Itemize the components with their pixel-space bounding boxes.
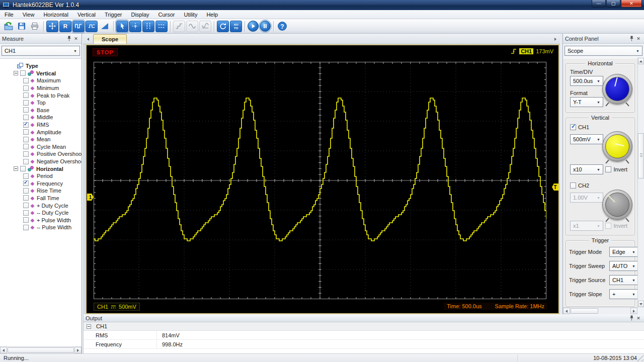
close-icon[interactable]: ✕: [72, 35, 79, 42]
auto-range-icon[interactable]: [46, 21, 58, 32]
item-checkbox[interactable]: [23, 188, 29, 194]
ch1-ground-marker[interactable]: 1: [87, 194, 94, 201]
tree-item-negative-overshoot[interactable]: Negative Overshoot: [0, 158, 82, 165]
scroll-right-icon[interactable]: [630, 308, 637, 314]
help-icon[interactable]: ?: [276, 21, 288, 32]
item-checkbox[interactable]: [23, 203, 29, 208]
tree-item-amplitude[interactable]: Amplitude: [0, 128, 82, 136]
measure-channel-select[interactable]: CH1: [2, 46, 80, 56]
scroll-down-icon[interactable]: [638, 301, 644, 307]
item-checkbox[interactable]: [23, 129, 29, 135]
collapse-icon[interactable]: [87, 324, 91, 329]
item-checkbox[interactable]: [23, 100, 29, 106]
trigger-sweep-select[interactable]: AUTO: [609, 261, 637, 271]
item-checkbox[interactable]: [23, 217, 29, 223]
item-checkbox[interactable]: [23, 122, 29, 128]
item-checkbox[interactable]: [23, 115, 29, 120]
item-checkbox[interactable]: [23, 151, 29, 157]
item-checkbox[interactable]: [23, 107, 29, 113]
play-icon[interactable]: [248, 21, 259, 32]
tree-item-rms[interactable]: RMS: [0, 121, 82, 129]
scroll-left-icon[interactable]: [0, 347, 7, 353]
ch1-invert-checkbox[interactable]: [605, 166, 611, 172]
tree-item-positive-overshoot[interactable]: Positive Overshoot: [0, 150, 82, 158]
horizontal-knob[interactable]: [602, 74, 632, 104]
item-checkbox[interactable]: [23, 93, 29, 98]
item-checkbox[interactable]: [23, 78, 29, 83]
ch1-invert[interactable]: Invert: [605, 166, 627, 172]
refresh-icon[interactable]: [217, 21, 229, 32]
trigger-level-marker[interactable]: T: [552, 184, 558, 191]
ch1-enable[interactable]: CH1: [570, 124, 589, 130]
horizontal-cursors-icon[interactable]: [155, 21, 168, 32]
item-checkbox[interactable]: [23, 137, 29, 142]
group-checkbox[interactable]: [20, 166, 26, 171]
print-icon[interactable]: [29, 21, 41, 32]
group-checkbox[interactable]: [20, 70, 26, 76]
close-button[interactable]: ✕: [621, 0, 642, 8]
tree-item-base[interactable]: Base: [0, 107, 82, 114]
format-select[interactable]: Y-T: [570, 97, 603, 107]
ch1-position-knob[interactable]: [602, 131, 632, 161]
output-group-row[interactable]: CH1: [84, 322, 644, 331]
reset-r-icon[interactable]: R: [59, 21, 71, 32]
save-icon[interactable]: [16, 21, 28, 32]
tree-group-horizontal[interactable]: Horizontal: [0, 165, 82, 172]
ch2-enable[interactable]: CH2: [570, 183, 589, 189]
open-icon[interactable]: [3, 21, 15, 32]
item-checkbox[interactable]: [23, 85, 29, 91]
menu-utility[interactable]: Utility: [180, 10, 202, 19]
scroll-left-icon[interactable]: [563, 308, 570, 314]
tree-item-frequency[interactable]: Frequency: [0, 180, 82, 188]
ch2-position-knob[interactable]: [602, 190, 632, 220]
item-checkbox[interactable]: [23, 225, 29, 230]
vertical-cursors-icon[interactable]: [142, 21, 154, 32]
tree-group-vertical[interactable]: Vertical: [0, 70, 82, 77]
tab-scroll-left[interactable]: [84, 35, 92, 43]
control-hscrollbar[interactable]: [563, 307, 637, 314]
trigger-mode-select[interactable]: Edge: [609, 247, 637, 257]
minimize-button[interactable]: —: [592, 0, 606, 8]
menu-file[interactable]: File: [0, 10, 18, 19]
scroll-up-icon[interactable]: [638, 58, 644, 64]
control-vscrollbar[interactable]: [637, 58, 644, 307]
tree-item--duty-cycle[interactable]: + Duty Cycle: [0, 202, 82, 209]
tree-item-rise-time[interactable]: Rise Time: [0, 187, 82, 195]
pin-icon[interactable]: [65, 35, 72, 42]
item-checkbox[interactable]: [23, 159, 29, 164]
close-icon[interactable]: ✕: [635, 35, 642, 42]
scroll-thumb[interactable]: [571, 308, 598, 314]
tab-scroll-right[interactable]: [551, 35, 559, 43]
ch1-checkbox[interactable]: [570, 124, 576, 130]
measure-hscrollbar[interactable]: [0, 346, 82, 353]
collapse-icon[interactable]: [14, 71, 18, 75]
square-wave-2-icon[interactable]: [86, 21, 98, 32]
menu-trigger[interactable]: Trigger: [100, 10, 126, 19]
tree-item--duty-cycle[interactable]: -- Duty Cycle: [0, 209, 82, 217]
ch1-volts-select[interactable]: 500mV: [570, 134, 603, 144]
ch2-checkbox[interactable]: [570, 183, 576, 189]
pin-icon[interactable]: [628, 315, 635, 322]
trigger-slope-select[interactable]: +: [609, 289, 637, 299]
square-wave-icon[interactable]: [72, 21, 85, 32]
tree-item-top[interactable]: Top: [0, 99, 82, 107]
maximize-button[interactable]: ▢: [606, 0, 620, 8]
tree-item-cycle-mean[interactable]: Cycle Mean: [0, 143, 82, 151]
menu-horizontal[interactable]: Horizontal: [39, 10, 73, 19]
tree-item-maximum[interactable]: Maximum: [0, 77, 82, 84]
auto-set-icon[interactable]: AUTO: [230, 21, 242, 32]
tab-scope[interactable]: Scope: [93, 34, 127, 44]
menu-view[interactable]: View: [18, 10, 39, 19]
collapse-icon[interactable]: [14, 166, 18, 171]
item-checkbox[interactable]: [23, 144, 29, 149]
pin-icon[interactable]: [628, 35, 635, 42]
ch1-probe-select[interactable]: x10: [570, 164, 603, 174]
item-checkbox[interactable]: [23, 195, 29, 201]
tree-root-type[interactable]: Type: [0, 62, 82, 70]
tree-item--pulse-width[interactable]: + Pulse Width: [0, 216, 82, 224]
menu-display[interactable]: Display: [126, 10, 153, 19]
grid-cursor-icon[interactable]: [129, 21, 141, 32]
tree-item-mean[interactable]: Mean: [0, 136, 82, 143]
tree-item--pulse-width[interactable]: -- Pulse Width: [0, 224, 82, 231]
tree-item-minimum[interactable]: Minimum: [0, 84, 82, 92]
